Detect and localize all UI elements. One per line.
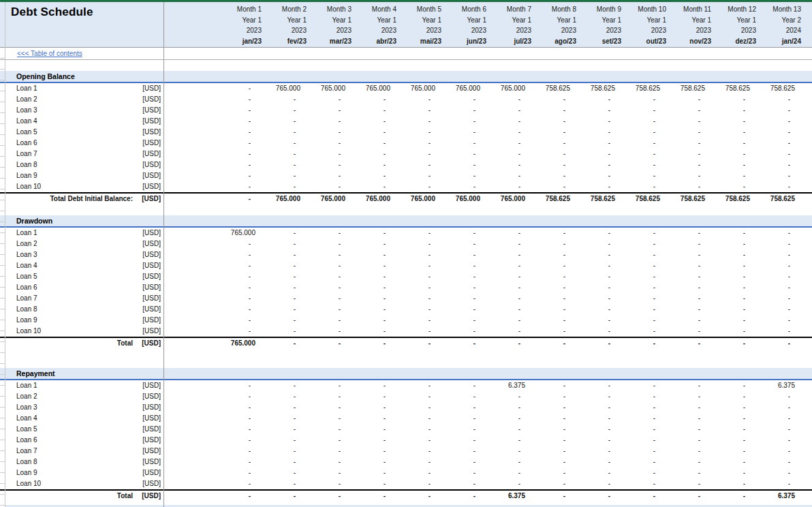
value-cell[interactable]: 765.000 [163, 338, 257, 349]
value-cell[interactable]: - [257, 304, 302, 315]
unit-label[interactable]: [USD] [142, 293, 163, 304]
value-cell[interactable]: - [482, 424, 527, 435]
value-cell[interactable]: - [661, 94, 706, 105]
row-label[interactable]: Loan 7 [16, 149, 37, 159]
value-cell[interactable]: - [706, 271, 751, 282]
value-cell[interactable]: 758.625 [751, 194, 796, 204]
value-cell[interactable]: - [751, 116, 796, 127]
value-cell[interactable]: - [527, 391, 572, 402]
value-cell[interactable]: - [392, 181, 437, 192]
value-cell[interactable]: - [661, 491, 706, 502]
value-cell[interactable]: - [302, 239, 347, 249]
value-cell[interactable]: - [706, 478, 751, 489]
value-cell[interactable]: - [437, 127, 482, 138]
value-cell[interactable]: - [572, 293, 616, 304]
value-cell[interactable]: - [437, 391, 482, 402]
row-label[interactable]: Loan 4 [16, 116, 37, 127]
value-cell[interactable]: - [482, 149, 527, 159]
value-cell[interactable]: - [347, 249, 392, 260]
value-cell[interactable]: - [706, 249, 751, 260]
value-cell[interactable]: - [706, 105, 751, 116]
row-label[interactable]: Total [117, 491, 133, 502]
value-cell[interactable]: - [257, 170, 302, 181]
value-cell[interactable]: - [572, 491, 616, 502]
unit-label[interactable]: [USD] [142, 402, 163, 413]
value-cell[interactable]: - [527, 127, 572, 138]
value-cell[interactable]: 752.250 [796, 83, 812, 94]
value-cell[interactable]: - [437, 239, 482, 249]
value-cell[interactable]: - [482, 446, 527, 457]
value-cell[interactable]: - [751, 304, 796, 315]
row-label[interactable]: Loan 3 [16, 249, 37, 260]
value-cell[interactable]: - [392, 249, 437, 260]
unit-label[interactable]: [USD] [142, 315, 163, 326]
value-cell[interactable]: 758.625 [706, 83, 751, 94]
value-cell[interactable]: 765.000 [257, 194, 302, 204]
value-cell[interactable]: - [706, 391, 751, 402]
value-cell[interactable]: - [751, 326, 796, 337]
value-cell[interactable]: - [437, 94, 482, 105]
value-cell[interactable]: - [347, 260, 392, 271]
value-cell[interactable]: - [572, 478, 616, 489]
value-cell[interactable]: - [347, 293, 392, 304]
value-cell[interactable]: - [257, 105, 302, 116]
value-cell[interactable]: - [392, 413, 437, 424]
row-label[interactable]: Loan 3 [16, 105, 37, 116]
row-label[interactable]: Loan 6 [16, 282, 37, 293]
row-label[interactable]: Loan 8 [16, 159, 37, 170]
value-cell[interactable]: - [661, 457, 706, 467]
value-cell[interactable]: 758.625 [661, 83, 706, 94]
value-cell[interactable]: - [527, 446, 572, 457]
value-cell[interactable]: - [527, 159, 572, 170]
value-cell[interactable]: - [392, 446, 437, 457]
value-cell[interactable]: - [257, 413, 302, 424]
value-cell[interactable]: - [572, 435, 616, 446]
value-cell[interactable]: - [163, 457, 257, 467]
unit-label[interactable]: [USD] [142, 181, 163, 192]
value-cell[interactable]: - [302, 170, 347, 181]
value-cell[interactable]: - [392, 380, 437, 391]
unit-label[interactable]: [USD] [142, 282, 163, 293]
value-cell[interactable]: - [572, 127, 616, 138]
value-cell[interactable]: - [616, 424, 661, 435]
value-cell[interactable]: - [482, 228, 527, 239]
value-cell[interactable]: - [661, 326, 706, 337]
row-label[interactable]: Loan 8 [16, 457, 37, 467]
value-cell[interactable]: - [437, 105, 482, 116]
value-cell[interactable]: - [706, 424, 751, 435]
value-cell[interactable]: - [527, 413, 572, 424]
value-cell[interactable]: - [347, 491, 392, 502]
value-cell[interactable]: - [572, 446, 616, 457]
value-cell[interactable]: - [796, 228, 812, 239]
value-cell[interactable]: - [527, 249, 572, 260]
value-cell[interactable]: - [706, 380, 751, 391]
value-cell[interactable]: - [392, 260, 437, 271]
unit-label[interactable]: [USD] [142, 271, 163, 282]
month-column-header[interactable]: Month 2Year 12023fev/23 [263, 4, 308, 47]
value-cell[interactable]: - [302, 105, 347, 116]
value-cell[interactable]: - [163, 326, 257, 337]
value-cell[interactable]: - [796, 491, 812, 502]
value-cell[interactable]: - [751, 478, 796, 489]
value-cell[interactable]: - [527, 435, 572, 446]
value-cell[interactable]: - [661, 149, 706, 159]
value-cell[interactable]: - [392, 478, 437, 489]
value-cell[interactable]: - [616, 170, 661, 181]
value-cell[interactable]: - [392, 293, 437, 304]
month-column-header[interactable]: Month 3Year 12023mar/23 [308, 4, 353, 47]
value-cell[interactable]: - [616, 315, 661, 326]
value-cell[interactable]: - [482, 239, 527, 249]
value-cell[interactable]: - [347, 127, 392, 138]
value-cell[interactable]: - [616, 127, 661, 138]
value-cell[interactable]: - [527, 138, 572, 149]
value-cell[interactable]: - [302, 478, 347, 489]
value-cell[interactable]: - [751, 127, 796, 138]
value-cell[interactable]: - [347, 478, 392, 489]
value-cell[interactable]: - [482, 467, 527, 478]
row-label[interactable]: Loan 2 [16, 94, 37, 105]
value-cell[interactable]: - [392, 304, 437, 315]
month-column-header[interactable]: Month 12Year 12023dez/23 [713, 4, 758, 47]
value-cell[interactable]: - [163, 282, 257, 293]
value-cell[interactable]: - [706, 282, 751, 293]
value-cell[interactable]: - [572, 271, 616, 282]
